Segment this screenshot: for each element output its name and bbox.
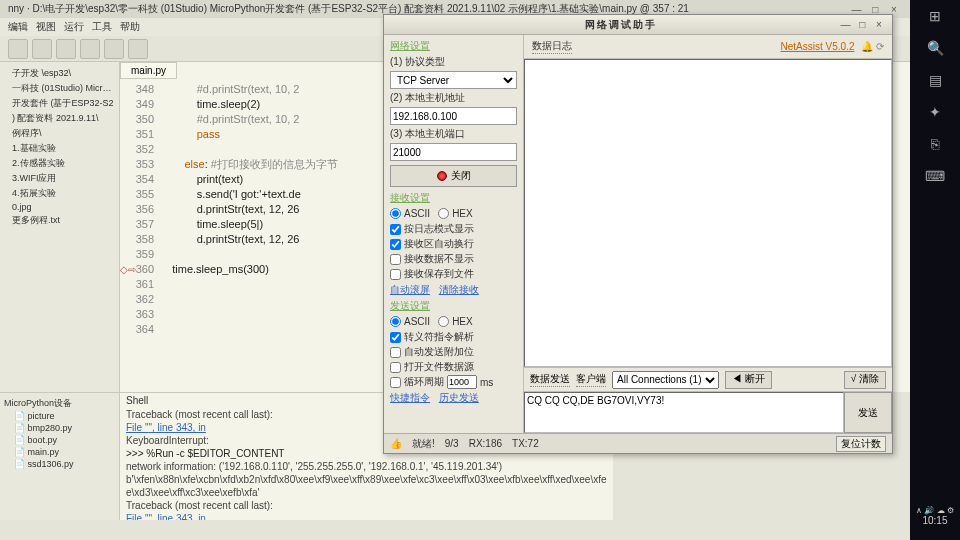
line-number: 356 [120, 202, 154, 217]
send-textarea[interactable]: CQ CQ CQ,DE BG7OVI,VY73! [524, 392, 844, 433]
apps-icon[interactable]: ▤ [925, 70, 945, 90]
bell-icon[interactable]: 🔔 [861, 41, 873, 52]
tree-item[interactable]: 4.拓展实验 [4, 186, 115, 201]
send-chk1[interactable]: 转义符指令解析 [390, 330, 517, 344]
panel-icon[interactable]: ⎘ [925, 134, 945, 154]
send-button[interactable]: 发送 [844, 392, 892, 433]
tree-item[interactable]: 例程序\ [4, 126, 115, 141]
clear-recv-link[interactable]: 清除接收 [439, 284, 479, 295]
brand-link[interactable]: NetAssist V5.0.2 [781, 41, 855, 52]
menu-item[interactable]: 工具 [92, 21, 112, 32]
line-number: 363 [120, 307, 154, 322]
toolbar-button[interactable] [8, 39, 28, 59]
minimize-icon[interactable]: — [838, 19, 852, 30]
windows-icon[interactable]: ⊞ [925, 6, 945, 26]
device-file[interactable]: 📄 bmp280.py [4, 422, 115, 434]
tree-item[interactable]: 更多例程.txt [4, 213, 115, 228]
windows-sidebar: ⊞ 🔍 ▤ ✦ ⎘ ⌨ ∧ 🔊 ☁ ⚙ 10:15 [910, 0, 960, 540]
netassist-titlebar[interactable]: 网络调试助手 — □ × [384, 15, 892, 35]
copilot-icon[interactable]: ✦ [925, 102, 945, 122]
log-title: 数据日志 [532, 39, 572, 54]
device-file[interactable]: 📄 main.py [4, 446, 115, 458]
shell-line: File "", line 343, in [126, 512, 607, 520]
line-number: 362 [120, 292, 154, 307]
toolbar-button[interactable] [104, 39, 124, 59]
window-controls: — □ × [848, 4, 902, 15]
net-cfg-header: 网络设置 [390, 39, 517, 53]
port-label: (3) 本地主机端口 [390, 127, 517, 141]
send-chk4[interactable]: 循环周期 ms [390, 375, 517, 389]
line-number: 351 [120, 127, 154, 142]
sync-icon[interactable]: ⟳ [876, 41, 884, 52]
send-chk2[interactable]: 自动发送附加位 [390, 345, 517, 359]
maximize-icon[interactable]: □ [855, 19, 869, 30]
line-number: 348 [120, 82, 154, 97]
line-number: 352 [120, 142, 154, 157]
reset-count-button[interactable]: 复位计数 [836, 436, 886, 452]
send-ascii-radio[interactable]: ASCII [390, 316, 430, 327]
clear-button[interactable]: √ 清除 [844, 371, 886, 389]
tree-item[interactable]: 一科技 (01Studio) MicroPy [4, 81, 115, 96]
tree-item[interactable]: 1.基础实验 [4, 141, 115, 156]
line-number: 349 [120, 97, 154, 112]
recv-chk3[interactable]: 接收数据不显示 [390, 252, 517, 266]
tree-item[interactable]: ) 配套资料 2021.9.11\ [4, 111, 115, 126]
recv-ascii-radio[interactable]: ASCII [390, 208, 430, 219]
history-send-link[interactable]: 历史发送 [439, 392, 479, 403]
cycle-ms-input[interactable] [447, 375, 477, 389]
status-tx: TX:72 [512, 438, 539, 449]
host-input[interactable] [390, 107, 517, 125]
tree-item[interactable]: 开发套件 (基于ESP32-S2 [4, 96, 115, 111]
send-hex-radio[interactable]: HEX [438, 316, 473, 327]
netassist-title: 网络调试助手 [404, 18, 838, 32]
line-number: 358 [120, 232, 154, 247]
shell-line: e\xd3\xee\xff\xc3\xee\xefb\xfa' [126, 486, 607, 499]
connections-combo[interactable]: All Connections (1) [612, 371, 719, 389]
menu-item[interactable]: 视图 [36, 21, 56, 32]
log-header: 数据日志 NetAssist V5.0.2 🔔 ⟳ [524, 35, 892, 59]
tree-item[interactable]: 0.jpg [4, 201, 115, 213]
disconnect-button[interactable]: ◀ 断开 [725, 371, 772, 389]
file-tree[interactable]: 子开发 \esp32\一科技 (01Studio) MicroPy开发套件 (基… [0, 62, 120, 392]
recv-hex-radio[interactable]: HEX [438, 208, 473, 219]
netassist-left-panel: 网络设置 (1) 协议类型 TCP Server (2) 本地主机地址 (3) … [384, 35, 524, 433]
recv-chk4[interactable]: 接收保存到文件 [390, 267, 517, 281]
port-input[interactable] [390, 143, 517, 161]
status-seg1: 9/3 [445, 438, 459, 449]
line-number: 357 [120, 217, 154, 232]
close-connection-button[interactable]: 关闭 [390, 165, 517, 187]
quick-cmd-link[interactable]: 快捷指令 [390, 392, 430, 403]
auto-scroll-link[interactable]: 自动滚屏 [390, 284, 430, 295]
menu-item[interactable]: 运行 [64, 21, 84, 32]
line-number: 364 [120, 322, 154, 337]
keyboard-icon[interactable]: ⌨ [925, 166, 945, 186]
close-icon[interactable]: × [872, 19, 886, 30]
taskbar-clock[interactable]: ∧ 🔊 ☁ ⚙ 10:15 [916, 506, 954, 526]
line-number: 353 [120, 157, 154, 172]
close-icon[interactable]: × [886, 4, 902, 15]
recv-chk1[interactable]: 按日志模式显示 [390, 222, 517, 236]
editor-tab[interactable]: main.py [120, 62, 177, 79]
log-area[interactable] [524, 59, 892, 367]
toolbar-button[interactable] [80, 39, 100, 59]
device-file[interactable]: 📄 picture [4, 410, 115, 422]
device-tree[interactable]: MicroPython设备📄 picture📄 bmp280.py📄 boot.… [0, 392, 120, 520]
ready-icon: 👍 [390, 438, 402, 449]
tree-item[interactable]: 3.WIFI应用 [4, 171, 115, 186]
toolbar-button[interactable] [128, 39, 148, 59]
minimize-icon[interactable]: — [848, 4, 864, 15]
menu-item[interactable]: 编辑 [8, 21, 28, 32]
maximize-icon[interactable]: □ [867, 4, 883, 15]
device-file[interactable]: 📄 ssd1306.py [4, 458, 115, 470]
recv-chk2[interactable]: 接收区自动换行 [390, 237, 517, 251]
tree-item[interactable]: 子开发 \esp32\ [4, 66, 115, 81]
send-chk3[interactable]: 打开文件数据源 [390, 360, 517, 374]
toolbar-button[interactable] [32, 39, 52, 59]
proto-combo[interactable]: TCP Server [390, 71, 517, 89]
tree-item[interactable]: 2.传感器实验 [4, 156, 115, 171]
line-gutter: 348349350351352353354355356357358359◇⇨36… [120, 82, 160, 337]
menu-item[interactable]: 帮助 [120, 21, 140, 32]
search-icon[interactable]: 🔍 [925, 38, 945, 58]
device-file[interactable]: 📄 boot.py [4, 434, 115, 446]
toolbar-button[interactable] [56, 39, 76, 59]
